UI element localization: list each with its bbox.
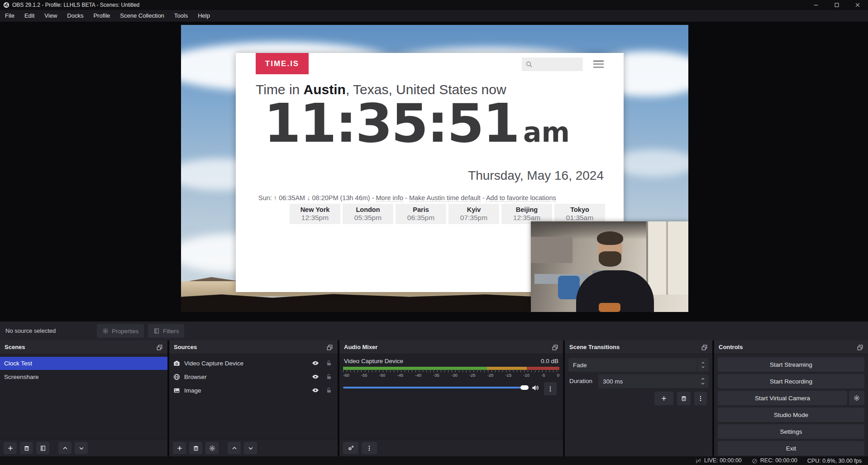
maximize-button[interactable]	[826, 0, 847, 10]
world-clock: London05:35pm	[343, 204, 393, 224]
popout-icon[interactable]	[552, 343, 558, 350]
sources-title: Sources	[174, 344, 197, 350]
preview-canvas[interactable]: TIME.IS Time in Austin, Texas, United St…	[181, 25, 688, 312]
scenes-panel: Scenes Clock Test Screenshare	[0, 340, 167, 456]
properties-button[interactable]: Properties	[97, 324, 144, 338]
remove-source-button[interactable]	[189, 442, 202, 454]
timeis-date: Thursday, May 16, 2024	[468, 168, 604, 183]
transition-selected-value: Fade	[568, 362, 587, 369]
unlock-icon[interactable]	[326, 374, 332, 380]
popout-icon[interactable]	[326, 343, 333, 350]
move-up-icon	[62, 445, 68, 451]
select-chevrons-icon[interactable]	[697, 358, 709, 372]
scene-move-down-button[interactable]	[75, 442, 88, 454]
kebab-menu-icon	[697, 395, 704, 402]
mixer-menu-button[interactable]	[362, 442, 377, 454]
timeis-link-favorites: Add to favorite locations	[486, 194, 556, 202]
menu-view[interactable]: View	[39, 10, 62, 22]
start-streaming-button[interactable]: Start Streaming	[718, 357, 864, 372]
popout-icon[interactable]	[857, 343, 863, 350]
duration-spinner[interactable]: 300 ms	[598, 374, 709, 388]
studio-mode-button[interactable]: Studio Mode	[718, 407, 864, 422]
unlock-icon[interactable]	[326, 387, 332, 393]
start-virtual-camera-button[interactable]: Start Virtual Camera	[718, 391, 847, 405]
source-item-browser[interactable]: Browser	[169, 370, 338, 384]
mixer-options-button[interactable]	[544, 382, 557, 395]
timeis-time: 11:35:51	[264, 92, 519, 154]
timeis-logo: TIME.IS	[256, 53, 309, 74]
menu-docks[interactable]: Docks	[62, 10, 88, 22]
world-clock: New York12:35pm	[290, 204, 340, 224]
virtual-camera-settings-button[interactable]	[849, 391, 864, 405]
filters-button[interactable]: Filters	[148, 324, 184, 338]
add-source-button[interactable]	[173, 442, 186, 454]
timeis-link-make-default: Make Austin time default	[409, 194, 481, 202]
start-recording-button[interactable]: Start Recording	[718, 374, 864, 388]
scene-item-clock-test[interactable]: Clock Test	[0, 357, 167, 370]
advanced-audio-button[interactable]	[343, 442, 358, 454]
add-scene-button[interactable]	[4, 442, 17, 454]
source-move-down-button[interactable]	[244, 442, 257, 454]
source-move-up-button[interactable]	[228, 442, 241, 454]
popout-icon[interactable]	[701, 343, 708, 350]
source-properties-button[interactable]	[205, 442, 219, 454]
volume-slider-handle[interactable]	[520, 385, 529, 390]
duration-label: Duration	[569, 378, 592, 384]
controls-panel: Controls Start Streaming Start Recording…	[714, 340, 868, 456]
kebab-menu-icon	[547, 386, 553, 392]
search-icon	[525, 61, 533, 68]
webcam-video-overlay	[531, 221, 688, 312]
close-button[interactable]	[847, 0, 868, 10]
webcam-person-beard	[599, 251, 621, 267]
eye-icon[interactable]	[312, 360, 319, 367]
meter-tick-labels: -60-55-50-45-40-35-30-25-20-15-10-50	[343, 373, 559, 378]
audio-mixer-panel: Audio Mixer Video Capture Device 0.0 dB …	[339, 340, 563, 456]
speaker-icon	[531, 384, 539, 392]
move-up-icon	[231, 445, 238, 451]
menu-file[interactable]: File	[0, 10, 19, 22]
controls-title: Controls	[719, 344, 743, 350]
audio-mixer-title: Audio Mixer	[344, 344, 377, 350]
menu-tools[interactable]: Tools	[169, 10, 193, 22]
eye-icon[interactable]	[312, 373, 319, 380]
menu-profile[interactable]: Profile	[88, 10, 115, 22]
popout-icon[interactable]	[156, 343, 163, 350]
dock-area: Scenes Clock Test Screenshare Sources Vi…	[0, 340, 868, 456]
timeis-sun-line: Sun: ↑ 06:35AM ↓ 08:20PM (13h 46m) - Mor…	[258, 194, 556, 201]
cpu-fps-stats: CPU: 0.6%, 30.00 fps	[807, 458, 862, 464]
scene-filters-button[interactable]	[36, 442, 49, 454]
menu-bar: File Edit View Docks Profile Scene Colle…	[0, 10, 868, 22]
menu-edit[interactable]: Edit	[19, 10, 39, 22]
remove-scene-button[interactable]	[20, 442, 33, 454]
transition-options-button[interactable]	[694, 392, 707, 405]
volume-slider[interactable]	[343, 384, 529, 391]
source-item-image[interactable]: Image	[169, 384, 338, 397]
spinner-chevrons-icon[interactable]	[697, 374, 709, 388]
menu-scene-collection[interactable]: Scene Collection	[115, 10, 169, 22]
minimize-button[interactable]	[806, 0, 826, 10]
world-clock: Kyiv07:35pm	[448, 204, 499, 224]
filter-icon	[40, 445, 46, 451]
camera-icon	[173, 360, 180, 367]
volume-slider-track[interactable]	[343, 387, 529, 388]
eye-icon[interactable]	[312, 387, 319, 394]
window-title: OBS 29.1.2 - Profile: LLHLS BETA - Scene…	[12, 2, 139, 8]
no-source-selected-label: No source selected	[5, 321, 56, 340]
scene-move-up-button[interactable]	[58, 442, 72, 454]
remove-transition-button[interactable]	[677, 392, 691, 405]
mute-button[interactable]	[531, 384, 539, 392]
source-item-video-capture[interactable]: Video Capture Device	[169, 356, 338, 370]
menu-help[interactable]: Help	[193, 10, 215, 22]
add-transition-button[interactable]	[654, 392, 673, 405]
plus-icon	[7, 445, 14, 451]
plus-icon	[176, 445, 183, 451]
settings-button[interactable]: Settings	[718, 424, 864, 439]
unlock-icon[interactable]	[326, 360, 332, 366]
exit-button[interactable]: Exit	[718, 441, 864, 455]
transition-select[interactable]: Fade	[568, 358, 709, 372]
timeis-search-box	[522, 58, 583, 71]
scene-item-screenshare[interactable]: Screenshare	[0, 370, 167, 384]
gear-icon	[102, 328, 109, 334]
globe-icon	[173, 374, 180, 380]
scenes-title: Scenes	[5, 344, 25, 350]
